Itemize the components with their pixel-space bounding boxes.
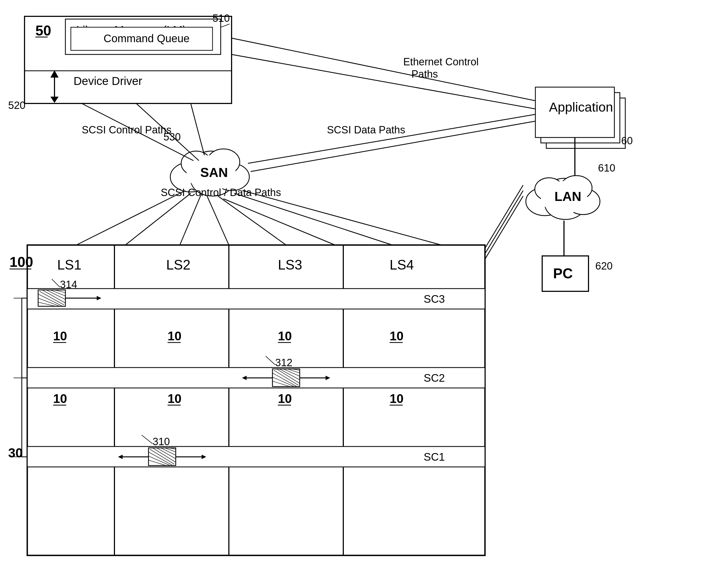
svg-text:Ethernet Control: Ethernet Control — [403, 56, 479, 67]
svg-text:SC2: SC2 — [424, 372, 445, 384]
svg-text:Command Queue: Command Queue — [104, 32, 190, 45]
svg-text:SAN: SAN — [200, 165, 228, 180]
svg-text:PC: PC — [553, 266, 573, 281]
svg-text:LS3: LS3 — [278, 257, 302, 273]
svg-text:LS2: LS2 — [166, 257, 190, 273]
svg-text:SC1: SC1 — [424, 451, 445, 463]
svg-rect-113 — [27, 446, 485, 467]
svg-text:60: 60 — [621, 135, 633, 146]
svg-text:LS4: LS4 — [390, 257, 414, 273]
svg-text:610: 610 — [598, 162, 615, 174]
svg-text:LAN: LAN — [554, 189, 581, 204]
svg-text:30: 30 — [8, 446, 23, 460]
svg-text:Device Driver: Device Driver — [74, 75, 142, 87]
svg-text:520: 520 — [8, 100, 25, 111]
svg-text:314: 314 — [60, 279, 77, 290]
svg-text:10: 10 — [167, 329, 181, 343]
svg-text:10: 10 — [278, 329, 292, 343]
svg-text:SCSI Control Paths: SCSI Control Paths — [82, 124, 172, 136]
svg-text:100: 100 — [9, 254, 33, 270]
diagram-container: 50 Library Manager (LM) 510 Command Queu… — [0, 0, 728, 578]
svg-text:SCSI Data Paths: SCSI Data Paths — [327, 124, 405, 136]
svg-text:10: 10 — [53, 391, 67, 406]
svg-text:310: 310 — [153, 436, 170, 447]
svg-text:LS1: LS1 — [57, 257, 81, 273]
svg-text:Application: Application — [549, 100, 613, 114]
svg-rect-77 — [27, 288, 485, 309]
architecture-diagram: 50 Library Manager (LM) 510 Command Queu… — [0, 0, 728, 578]
svg-text:510: 510 — [212, 12, 230, 24]
svg-text:10: 10 — [278, 391, 292, 406]
svg-text:10: 10 — [390, 391, 404, 406]
svg-text:10: 10 — [390, 329, 404, 343]
svg-text:50: 50 — [35, 23, 51, 38]
svg-text:10: 10 — [167, 391, 181, 406]
svg-text:312: 312 — [275, 357, 292, 368]
svg-text:620: 620 — [595, 260, 613, 272]
svg-text:SC3: SC3 — [424, 293, 445, 305]
svg-text:10: 10 — [53, 329, 67, 343]
